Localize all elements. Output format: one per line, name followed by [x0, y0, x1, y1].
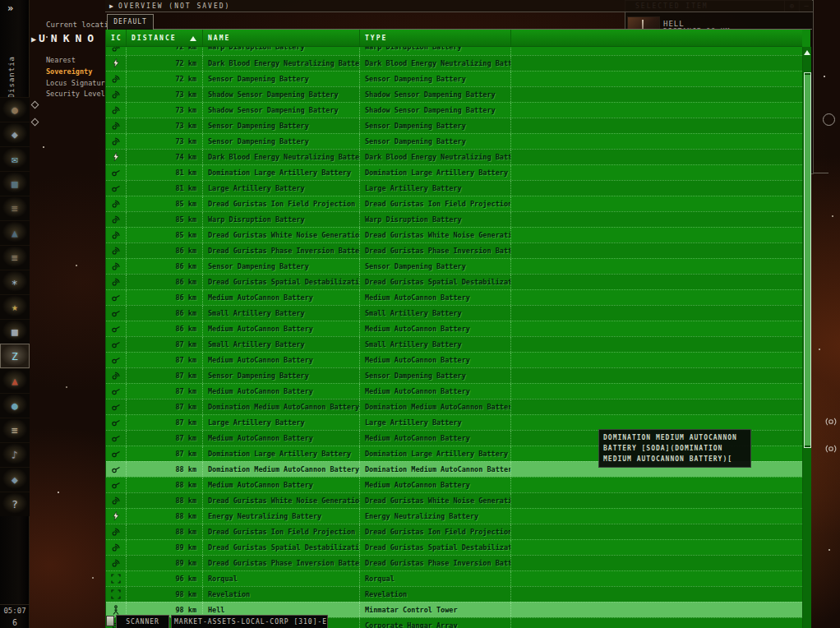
row-distance: 74 km: [126, 150, 202, 164]
overview-row[interactable]: 81 kmLarge Artillery BatteryLarge Artill…: [106, 180, 802, 196]
row-distance: 89 km: [126, 556, 202, 570]
assets-vault-icon[interactable]: ■: [0, 319, 30, 344]
star-map-icon[interactable]: ∗: [0, 270, 30, 294]
overview-row[interactable]: 73 kmSensor Dampening BatterySensor Damp…: [106, 133, 802, 149]
overview-row[interactable]: 73 kmShadow Sensor Dampening BatteryShad…: [106, 86, 802, 102]
scrollbar-up-arrow-icon[interactable]: [804, 50, 810, 55]
row-distance: 81 km: [126, 181, 202, 196]
overview-row[interactable]: 74 kmDark Blood Energy Neutralizing Batt…: [106, 149, 802, 164]
system-name: ▶UNKNO: [31, 32, 99, 44]
row-distance: 73 km: [126, 134, 202, 149]
row-distance: 88 km: [126, 478, 202, 492]
overview-row[interactable]: 87 kmMedium AutoCannon BatteryMedium Aut…: [106, 352, 802, 367]
overview-row[interactable]: 89 kmDread Guristas Spatial Destabilizat…: [106, 539, 802, 555]
overview-row[interactable]: 85 kmDread Guristas White Noise Generati…: [106, 227, 802, 242]
overview-row[interactable]: 96 kmRorqualRorqual: [106, 570, 802, 586]
overview-row[interactable]: 86 kmSensor Dampening BatterySensor Damp…: [106, 258, 802, 274]
overview-scrollbar[interactable]: [802, 47, 811, 628]
overview-row[interactable]: 86 kmDread Guristas Phase Inversion Batt…: [106, 242, 802, 258]
item-tooltip: DOMINATION MEDIUM AUTOCANNON BATTERY [SO…: [598, 429, 751, 468]
ships-icon[interactable]: ▲: [0, 220, 30, 245]
overview-row[interactable]: 89 kmDread Guristas Phase Inversion Batt…: [106, 555, 802, 570]
column-header-type[interactable]: TYPE: [359, 30, 510, 46]
overview-row[interactable]: 72 kmSensor Dampening BatterySensor Damp…: [106, 71, 802, 86]
row-name: Sensor Dampening Battery: [202, 368, 359, 383]
row-name: Dark Blood Energy Neutralizing Battery: [202, 150, 359, 164]
overview-row[interactable]: 88 kmDread Guristas White Noise Generati…: [106, 492, 802, 508]
jukebox-icon[interactable]: ♪: [0, 442, 30, 467]
row-name: Domination Medium AutoCannon Battery: [202, 399, 359, 414]
expand-sidebar-icon[interactable]: »: [7, 2, 13, 14]
row-distance: 88 km: [126, 524, 202, 539]
overview-row[interactable]: 73 kmShadow Sensor Dampening BatteryShad…: [106, 102, 802, 118]
market-icon[interactable]: ●: [0, 393, 30, 418]
overview-row[interactable]: 98 kmRevelationRevelation: [106, 586, 802, 602]
help-icon[interactable]: ?: [0, 492, 30, 516]
row-name: Dark Blood Energy Neutralizing Battery: [202, 56, 359, 71]
row-name: Dread Guristas Ion Field Projection Batt: [202, 524, 359, 539]
overview-row[interactable]: 72 kmWarp Disruption BatteryWarp Disrupt…: [106, 47, 802, 55]
wallet-icon[interactable]: Z: [0, 344, 30, 368]
overview-row[interactable]: 88 kmEnergy Neutralizing BatteryEnergy N…: [106, 508, 802, 524]
overview-row[interactable]: 85 kmDread Guristas Ion Field Projection…: [106, 196, 802, 211]
column-header-distance[interactable]: DISTANCE: [126, 30, 202, 46]
people-places-icon[interactable]: ◆: [0, 467, 30, 492]
row-distance: 73 km: [126, 103, 202, 118]
character-sheet-icon[interactable]: ●: [0, 97, 30, 122]
turret-icon: [106, 321, 126, 336]
column-header-empty: [510, 30, 802, 46]
structure-bracket-icon[interactable]: [824, 415, 838, 432]
medals-icon[interactable]: ★: [0, 294, 30, 319]
scanner-window-tab[interactable]: SCANNER: [116, 615, 169, 628]
row-empty: [510, 540, 802, 555]
overview-titlebar[interactable]: ▶ OVERVIEW (NOT SAVED): [105, 0, 812, 12]
space-object-circle-bracket[interactable]: [823, 113, 835, 126]
ewar-icon: [106, 87, 126, 102]
overview-row[interactable]: 87 kmLarge Artillery BatteryLarge Artill…: [106, 414, 802, 430]
row-name: Large Artillery Battery: [202, 181, 359, 196]
sovereignty-label: Sovereignty: [46, 67, 92, 76]
overview-row[interactable]: 81 kmDomination Large Artillery BatteryD…: [106, 164, 802, 180]
fleet-icon[interactable]: ▲: [0, 368, 30, 393]
row-distance: 86 km: [126, 243, 202, 258]
turret-icon: [106, 165, 126, 180]
document-icon[interactable]: [106, 616, 114, 626]
overview-row[interactable]: 72 kmDark Blood Energy Neutralizing Batt…: [106, 55, 802, 71]
structure-bracket-icon[interactable]: [824, 442, 838, 459]
journal-icon[interactable]: ≡: [0, 418, 30, 442]
overview-row[interactable]: 86 kmDread Guristas Spatial Destabilizat…: [106, 274, 802, 289]
column-header-name[interactable]: NAME: [202, 30, 359, 46]
overview-row[interactable]: 87 kmSensor Dampening BatterySensor Damp…: [106, 367, 802, 383]
skills-icon[interactable]: ◆: [0, 122, 30, 146]
row-name: Domination Large Artillery Battery: [202, 165, 359, 180]
overview-row[interactable]: 87 kmSmall Artillery BatterySmall Artill…: [106, 336, 802, 352]
turret-icon: [106, 290, 126, 305]
overview-row[interactable]: 87 kmDomination Medium AutoCannon Batter…: [106, 399, 802, 414]
overview-row[interactable]: 86 kmMedium AutoCannon BatteryMedium Aut…: [106, 289, 802, 305]
row-name: Sensor Dampening Battery: [202, 134, 359, 149]
items-icon[interactable]: ≡: [0, 196, 30, 220]
row-type: Sensor Dampening Battery: [359, 368, 510, 383]
overview-row[interactable]: 73 kmSensor Dampening BatterySensor Damp…: [106, 118, 802, 133]
fitting-icon[interactable]: ■: [0, 171, 30, 196]
mail-icon[interactable]: ✉: [0, 146, 30, 171]
market-assets-window-tab[interactable]: MARKET-ASSETS-LOCAL-CORP [310]-E...: [171, 615, 328, 628]
row-type: Dark Blood Energy Neutralizing Battery: [359, 150, 510, 164]
row-empty: [510, 368, 802, 383]
overview-row[interactable]: 85 kmWarp Disruption BatteryWarp Disrupt…: [106, 211, 802, 227]
neocom-icon-stack: ●◆✉■≡▲≡∗★■Z▲●≡♪◆?: [0, 97, 30, 516]
scrollbar-thumb[interactable]: [804, 72, 811, 448]
turret-icon: [106, 415, 126, 430]
collapse-arrow-icon[interactable]: ▶: [109, 0, 115, 12]
overview-row[interactable]: 86 kmMedium AutoCannon BatteryMedium Aut…: [106, 321, 802, 336]
overview-row[interactable]: 86 kmSmall Artillery BatterySmall Artill…: [106, 305, 802, 321]
row-name: Dread Guristas Spatial Destabilization B: [202, 275, 359, 289]
column-header-icon[interactable]: IC: [106, 30, 126, 46]
overview-row[interactable]: 88 kmMedium AutoCannon BatteryMedium Aut…: [106, 477, 802, 492]
turret-icon: [106, 306, 126, 321]
overview-row[interactable]: 88 kmDread Guristas Ion Field Projection…: [106, 524, 802, 539]
collapse-arrow-icon[interactable]: ▶: [31, 35, 36, 44]
overview-row[interactable]: 87 kmMedium AutoCannon BatteryMedium Aut…: [106, 383, 802, 399]
contracts-icon[interactable]: ≡: [0, 245, 30, 270]
tab-default[interactable]: DEFAULT: [107, 14, 154, 30]
